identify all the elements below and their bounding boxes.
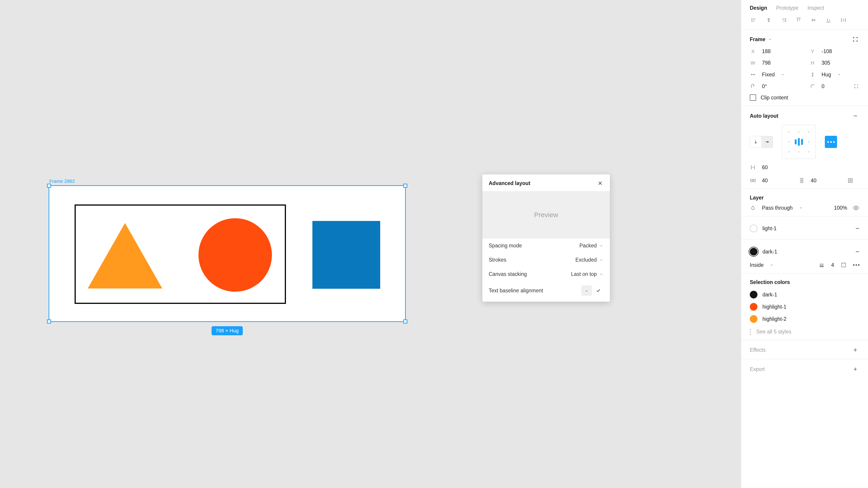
triangle-shape[interactable] <box>88 223 162 289</box>
y-input[interactable]: -108 <box>822 48 832 55</box>
svg-rect-0 <box>752 180 754 182</box>
stroke-swatch[interactable] <box>750 248 757 256</box>
resize-handle-tr[interactable] <box>403 184 407 188</box>
independent-padding-icon[interactable] <box>847 177 854 184</box>
selcolor-swatch-3[interactable] <box>750 315 757 323</box>
baseline-on-button[interactable] <box>593 285 603 296</box>
effects-title[interactable]: Effects <box>750 347 766 353</box>
stroke-style-name[interactable]: dark-1 <box>763 249 777 255</box>
add-effect-button[interactable] <box>851 346 860 354</box>
h-resize-select[interactable]: Fixed <box>762 72 775 78</box>
svg-point-4 <box>855 207 857 209</box>
independent-corners-icon[interactable] <box>853 83 860 90</box>
padding-h-input[interactable]: 40 <box>762 177 768 184</box>
frame-name-label[interactable]: Frame 2862 <box>49 178 75 184</box>
remove-auto-layout-button[interactable]: − <box>851 112 860 120</box>
frame-section-title[interactable]: Frame <box>750 36 765 42</box>
distribute-icon[interactable] <box>839 16 847 24</box>
direction-toggle <box>750 136 773 148</box>
opacity-input[interactable]: 100% <box>834 205 847 211</box>
stroke-weight-input[interactable]: 4 <box>831 262 834 268</box>
add-export-button[interactable] <box>851 365 860 373</box>
vertical-resize-icon <box>809 71 816 78</box>
alignment-center-indicator <box>795 138 803 146</box>
visibility-icon[interactable] <box>852 204 860 211</box>
selcolor-name-2[interactable]: highlight-1 <box>763 304 786 310</box>
spacing-mode-row[interactable]: Spacing mode Packed <box>483 238 610 253</box>
auto-layout-title: Auto layout <box>750 113 778 119</box>
blend-mode-select[interactable]: Pass through <box>762 205 793 211</box>
chevron-down-icon <box>599 272 603 276</box>
inspector-tabs: Design Prototype Inspect <box>741 0 868 16</box>
chevron-down-icon <box>599 243 603 248</box>
remove-fill-button[interactable]: − <box>855 225 860 232</box>
align-vcenter-icon[interactable] <box>809 16 817 24</box>
clip-content-checkbox[interactable] <box>750 94 756 101</box>
alignment-toolbar <box>741 16 868 29</box>
strokes-row[interactable]: Strokes Excluded <box>483 253 610 267</box>
chevron-down-icon <box>770 263 774 267</box>
padding-h-icon <box>750 177 756 184</box>
stroke-align-select[interactable]: Inside <box>750 262 764 268</box>
x-label: X <box>750 48 756 55</box>
selcolor-name-3[interactable]: highlight-2 <box>763 316 786 322</box>
align-left-icon[interactable] <box>750 16 758 24</box>
rotation-input[interactable]: 0° <box>762 84 767 90</box>
close-icon[interactable] <box>597 180 603 187</box>
selcolor-swatch-1[interactable] <box>750 291 757 298</box>
align-hcenter-icon[interactable] <box>765 16 773 24</box>
direction-horizontal-button[interactable] <box>761 136 773 148</box>
baseline-off-button[interactable]: - <box>581 285 592 296</box>
gap-icon <box>750 164 756 170</box>
svg-rect-1 <box>801 180 803 182</box>
strokes-value[interactable]: Excluded <box>575 257 597 263</box>
tab-prototype[interactable]: Prototype <box>776 5 798 11</box>
selcolor-swatch-2[interactable] <box>750 303 757 311</box>
chevron-down-icon[interactable] <box>768 37 772 41</box>
align-bottom-icon[interactable] <box>825 16 833 24</box>
padding-v-icon <box>799 177 805 184</box>
align-top-icon[interactable] <box>795 16 803 24</box>
x-input[interactable]: 188 <box>762 48 771 55</box>
see-all-styles-button[interactable]: See all 5 styles <box>750 325 860 335</box>
spacing-mode-label: Spacing mode <box>489 242 522 249</box>
stroke-more-icon[interactable] <box>853 264 860 266</box>
direction-vertical-button[interactable] <box>750 136 761 148</box>
rotation-icon <box>750 83 756 90</box>
h-input[interactable]: 305 <box>822 60 830 66</box>
resize-to-fit-icon[interactable] <box>851 35 860 43</box>
chevron-down-icon <box>837 72 842 77</box>
alignment-grid[interactable] <box>782 125 816 159</box>
fill-swatch[interactable] <box>750 225 757 232</box>
corner-radius-input[interactable]: 0 <box>822 84 825 90</box>
resize-handle-bl[interactable] <box>47 320 51 324</box>
canvas[interactable]: Frame 2862 798 × Hug Advanced layout Pre… <box>0 0 741 488</box>
h-label: H <box>809 60 816 66</box>
svg-rect-3 <box>850 180 851 182</box>
tab-design[interactable]: Design <box>750 5 767 11</box>
fill-style-name[interactable]: light-1 <box>763 225 777 232</box>
selected-frame[interactable]: 798 × Hug <box>49 185 406 322</box>
blend-mode-icon <box>750 205 756 211</box>
circle-shape[interactable] <box>198 218 272 292</box>
canvas-stacking-row[interactable]: Canvas stacking Last on top <box>483 267 610 281</box>
advanced-layout-button[interactable] <box>825 136 837 148</box>
padding-v-input[interactable]: 40 <box>811 177 817 184</box>
canvas-stacking-value[interactable]: Last on top <box>571 271 597 277</box>
baseline-label: Text baseline alignment <box>489 288 543 294</box>
stroke-per-side-icon[interactable] <box>840 262 847 268</box>
align-right-icon[interactable] <box>780 16 788 24</box>
resize-handle-br[interactable] <box>403 320 407 324</box>
svg-rect-5 <box>842 263 845 267</box>
v-resize-select[interactable]: Hug <box>822 72 831 78</box>
selcolor-name-1[interactable]: dark-1 <box>763 292 777 298</box>
remove-stroke-button[interactable]: − <box>855 248 860 255</box>
tab-inspect[interactable]: Inspect <box>807 5 824 11</box>
w-input[interactable]: 798 <box>762 60 771 66</box>
stroke-section: dark-1 − Inside 4 <box>741 240 868 273</box>
gap-input[interactable]: 60 <box>762 164 768 170</box>
resize-handle-tl[interactable] <box>47 184 51 188</box>
square-shape[interactable] <box>312 221 380 289</box>
export-title[interactable]: Export <box>750 366 765 372</box>
spacing-mode-value[interactable]: Packed <box>579 242 597 249</box>
